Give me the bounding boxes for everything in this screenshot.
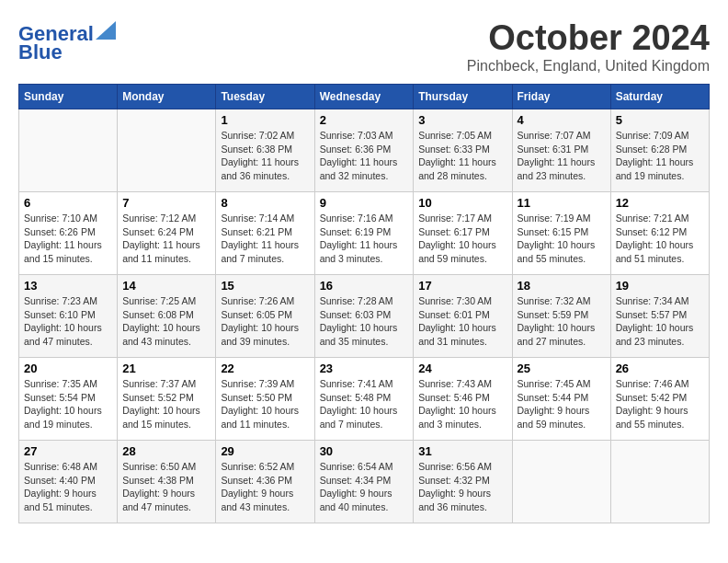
day-header-saturday: Saturday bbox=[610, 85, 709, 109]
day-number: 28 bbox=[122, 444, 210, 458]
day-number: 18 bbox=[518, 279, 606, 293]
svg-marker-0 bbox=[96, 21, 116, 40]
day-number: 15 bbox=[221, 279, 309, 293]
calendar-cell bbox=[610, 441, 709, 523]
calendar-cell: 18Sunrise: 7:32 AM Sunset: 5:59 PM Dayli… bbox=[512, 275, 610, 358]
logo-blue: Blue bbox=[18, 41, 63, 63]
day-info: Sunrise: 7:07 AM Sunset: 6:31 PM Dayligh… bbox=[518, 129, 606, 183]
day-number: 7 bbox=[122, 196, 210, 210]
day-info: Sunrise: 7:09 AM Sunset: 6:28 PM Dayligh… bbox=[616, 129, 704, 183]
day-header-thursday: Thursday bbox=[414, 85, 512, 109]
calendar-cell: 24Sunrise: 7:43 AM Sunset: 5:46 PM Dayli… bbox=[414, 358, 512, 441]
day-info: Sunrise: 7:45 AM Sunset: 5:44 PM Dayligh… bbox=[518, 377, 606, 431]
day-info: Sunrise: 7:35 AM Sunset: 5:54 PM Dayligh… bbox=[24, 377, 112, 431]
calendar-cell: 26Sunrise: 7:46 AM Sunset: 5:42 PM Dayli… bbox=[610, 358, 709, 441]
day-header-friday: Friday bbox=[512, 85, 610, 109]
calendar-cell: 19Sunrise: 7:34 AM Sunset: 5:57 PM Dayli… bbox=[610, 275, 709, 358]
calendar-cell: 25Sunrise: 7:45 AM Sunset: 5:44 PM Dayli… bbox=[512, 358, 610, 441]
day-info: Sunrise: 6:56 AM Sunset: 4:32 PM Dayligh… bbox=[418, 460, 506, 514]
calendar-cell: 31Sunrise: 6:56 AM Sunset: 4:32 PM Dayli… bbox=[414, 441, 512, 523]
day-number: 10 bbox=[418, 196, 506, 210]
calendar-header-row: SundayMondayTuesdayWednesdayThursdayFrid… bbox=[19, 85, 710, 109]
calendar-cell: 28Sunrise: 6:50 AM Sunset: 4:38 PM Dayli… bbox=[118, 441, 216, 523]
day-header-sunday: Sunday bbox=[19, 85, 118, 109]
day-info: Sunrise: 7:25 AM Sunset: 6:08 PM Dayligh… bbox=[122, 294, 210, 349]
day-info: Sunrise: 7:16 AM Sunset: 6:19 PM Dayligh… bbox=[320, 212, 409, 266]
day-info: Sunrise: 7:28 AM Sunset: 6:03 PM Dayligh… bbox=[320, 294, 409, 349]
day-number: 8 bbox=[221, 196, 309, 210]
day-info: Sunrise: 7:32 AM Sunset: 5:59 PM Dayligh… bbox=[518, 294, 606, 349]
day-info: Sunrise: 6:52 AM Sunset: 4:36 PM Dayligh… bbox=[221, 460, 309, 514]
day-number: 27 bbox=[24, 444, 112, 458]
day-header-wednesday: Wednesday bbox=[314, 85, 414, 109]
week-row-4: 20Sunrise: 7:35 AM Sunset: 5:54 PM Dayli… bbox=[19, 358, 710, 441]
calendar-cell: 1Sunrise: 7:02 AM Sunset: 6:38 PM Daylig… bbox=[216, 109, 314, 192]
day-info: Sunrise: 7:12 AM Sunset: 6:24 PM Dayligh… bbox=[122, 212, 210, 266]
day-number: 4 bbox=[518, 113, 606, 127]
day-number: 13 bbox=[24, 279, 112, 293]
calendar-cell: 23Sunrise: 7:41 AM Sunset: 5:48 PM Dayli… bbox=[314, 358, 414, 441]
day-info: Sunrise: 7:23 AM Sunset: 6:10 PM Dayligh… bbox=[24, 294, 112, 349]
day-info: Sunrise: 7:26 AM Sunset: 6:05 PM Dayligh… bbox=[221, 294, 309, 349]
calendar-cell: 11Sunrise: 7:19 AM Sunset: 6:15 PM Dayli… bbox=[512, 192, 610, 275]
day-number: 20 bbox=[24, 362, 112, 375]
calendar-body: 1Sunrise: 7:02 AM Sunset: 6:38 PM Daylig… bbox=[19, 109, 710, 523]
calendar-cell: 20Sunrise: 7:35 AM Sunset: 5:54 PM Dayli… bbox=[19, 358, 118, 441]
calendar-cell bbox=[19, 109, 118, 192]
day-info: Sunrise: 6:50 AM Sunset: 4:38 PM Dayligh… bbox=[122, 460, 210, 514]
day-number: 5 bbox=[616, 113, 704, 127]
calendar-cell: 21Sunrise: 7:37 AM Sunset: 5:52 PM Dayli… bbox=[118, 358, 216, 441]
week-row-5: 27Sunrise: 6:48 AM Sunset: 4:40 PM Dayli… bbox=[19, 441, 710, 523]
day-number: 23 bbox=[320, 362, 409, 375]
day-info: Sunrise: 7:21 AM Sunset: 6:12 PM Dayligh… bbox=[616, 212, 704, 266]
calendar-cell: 22Sunrise: 7:39 AM Sunset: 5:50 PM Dayli… bbox=[216, 358, 314, 441]
calendar-cell: 9Sunrise: 7:16 AM Sunset: 6:19 PM Daylig… bbox=[314, 192, 414, 275]
day-info: Sunrise: 7:03 AM Sunset: 6:36 PM Dayligh… bbox=[320, 129, 409, 183]
day-header-tuesday: Tuesday bbox=[216, 85, 314, 109]
day-info: Sunrise: 7:17 AM Sunset: 6:17 PM Dayligh… bbox=[418, 212, 506, 266]
day-info: Sunrise: 7:05 AM Sunset: 6:33 PM Dayligh… bbox=[418, 129, 506, 183]
calendar-cell: 10Sunrise: 7:17 AM Sunset: 6:17 PM Dayli… bbox=[414, 192, 512, 275]
day-number: 25 bbox=[518, 362, 606, 375]
calendar-table: SundayMondayTuesdayWednesdayThursdayFrid… bbox=[18, 84, 710, 523]
calendar-cell: 13Sunrise: 7:23 AM Sunset: 6:10 PM Dayli… bbox=[19, 275, 118, 358]
calendar-cell: 8Sunrise: 7:14 AM Sunset: 6:21 PM Daylig… bbox=[216, 192, 314, 275]
day-number: 17 bbox=[418, 279, 506, 293]
calendar-cell: 15Sunrise: 7:26 AM Sunset: 6:05 PM Dayli… bbox=[216, 275, 314, 358]
day-number: 19 bbox=[616, 279, 704, 293]
calendar-cell: 4Sunrise: 7:07 AM Sunset: 6:31 PM Daylig… bbox=[512, 109, 610, 192]
calendar-cell: 2Sunrise: 7:03 AM Sunset: 6:36 PM Daylig… bbox=[314, 109, 414, 192]
calendar-cell: 5Sunrise: 7:09 AM Sunset: 6:28 PM Daylig… bbox=[610, 109, 709, 192]
day-header-monday: Monday bbox=[118, 85, 216, 109]
day-number: 3 bbox=[418, 113, 506, 127]
calendar-cell: 7Sunrise: 7:12 AM Sunset: 6:24 PM Daylig… bbox=[118, 192, 216, 275]
day-number: 29 bbox=[221, 444, 309, 458]
week-row-1: 1Sunrise: 7:02 AM Sunset: 6:38 PM Daylig… bbox=[19, 109, 710, 192]
calendar-cell: 3Sunrise: 7:05 AM Sunset: 6:33 PM Daylig… bbox=[414, 109, 512, 192]
day-number: 24 bbox=[418, 362, 506, 375]
day-info: Sunrise: 7:39 AM Sunset: 5:50 PM Dayligh… bbox=[221, 377, 309, 431]
day-number: 9 bbox=[320, 196, 409, 210]
calendar-cell: 6Sunrise: 7:10 AM Sunset: 6:26 PM Daylig… bbox=[19, 192, 118, 275]
day-info: Sunrise: 7:37 AM Sunset: 5:52 PM Dayligh… bbox=[122, 377, 210, 431]
day-info: Sunrise: 6:48 AM Sunset: 4:40 PM Dayligh… bbox=[24, 460, 112, 514]
week-row-2: 6Sunrise: 7:10 AM Sunset: 6:26 PM Daylig… bbox=[19, 192, 710, 275]
calendar-cell: 29Sunrise: 6:52 AM Sunset: 4:36 PM Dayli… bbox=[216, 441, 314, 523]
day-info: Sunrise: 7:34 AM Sunset: 5:57 PM Dayligh… bbox=[616, 294, 704, 349]
calendar-cell bbox=[118, 109, 216, 192]
calendar-cell: 27Sunrise: 6:48 AM Sunset: 4:40 PM Dayli… bbox=[19, 441, 118, 523]
day-number: 30 bbox=[320, 444, 409, 458]
day-info: Sunrise: 7:19 AM Sunset: 6:15 PM Dayligh… bbox=[518, 212, 606, 266]
day-number: 11 bbox=[518, 196, 606, 210]
day-number: 6 bbox=[24, 196, 112, 210]
calendar-cell: 12Sunrise: 7:21 AM Sunset: 6:12 PM Dayli… bbox=[610, 192, 709, 275]
day-info: Sunrise: 6:54 AM Sunset: 4:34 PM Dayligh… bbox=[320, 460, 409, 514]
location-text: Pinchbeck, England, United Kingdom bbox=[467, 58, 710, 75]
day-info: Sunrise: 7:14 AM Sunset: 6:21 PM Dayligh… bbox=[221, 212, 309, 266]
calendar-cell: 16Sunrise: 7:28 AM Sunset: 6:03 PM Dayli… bbox=[314, 275, 414, 358]
day-info: Sunrise: 7:41 AM Sunset: 5:48 PM Dayligh… bbox=[320, 377, 409, 431]
day-number: 26 bbox=[616, 362, 704, 375]
day-number: 1 bbox=[221, 113, 309, 127]
logo: General Blue bbox=[18, 23, 116, 63]
day-number: 31 bbox=[418, 444, 506, 458]
